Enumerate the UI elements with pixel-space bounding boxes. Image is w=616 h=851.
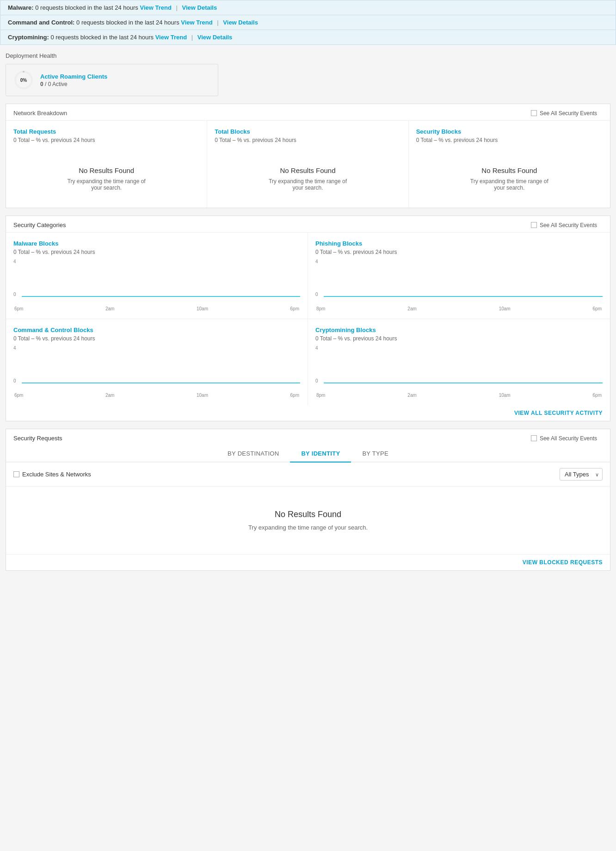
metric-total-requests: Total Requests 0 Total – % vs. previous … [6,121,207,208]
security-section-header: Security Categories See All Security Eve… [6,216,610,232]
alert-banners: Malware: 0 requests blocked in the last … [0,0,616,45]
chart-crypto-sub: 0 Total – % vs. previous 24 hours [315,335,603,342]
chart-phishing-title: Phishing Blocks [315,240,603,247]
network-see-all-label: See All Security Events [540,110,597,117]
chart-crypto-y4: 4 [315,345,318,351]
roaming-count: 0 / 0 Active [40,81,107,87]
filter-row: Exclude Sites & Networks All Types [6,462,610,487]
cnc-view-trend[interactable]: View Trend [181,19,212,26]
requests-no-results-title: No Results Found [13,510,603,519]
chart-malware-x-labels: 6pm 2am 10am 6pm [13,306,300,311]
network-section-header: Network Breakdown See All Security Event… [6,104,610,120]
circle-progress: 0% [13,70,34,90]
chart-malware-y4: 4 [13,259,16,264]
chart-phishing-area: 4 0 [315,259,603,305]
crypto-view-trend[interactable]: View Trend [155,34,187,41]
no-results-sub-2: Try expanding the time range of your sea… [468,178,551,191]
tab-by-identity[interactable]: BY IDENTITY [290,445,351,462]
security-see-all-checkbox[interactable] [531,222,537,228]
chart-crypto-x-labels: 8pm 2am 10am 6pm [315,393,603,398]
malware-message: 0 requests blocked in the last 24 hours [35,4,138,11]
malware-divider: | [176,4,178,11]
page-wrapper: Malware: 0 requests blocked in the last … [0,0,616,571]
tab-by-destination[interactable]: BY DESTINATION [216,445,290,462]
view-blocked-requests[interactable]: VIEW BLOCKED REQUESTS [6,554,610,570]
crypto-prefix: Cryptomining: [8,34,49,41]
no-results-title-1: No Results Found [222,166,393,174]
exclude-sites-label[interactable]: Exclude Sites & Networks [13,471,91,478]
no-results-sub-1: Try expanding the time range of your sea… [266,178,349,191]
roaming-name[interactable]: Active Roaming Clients [40,73,107,80]
chart-malware-area: 4 0 [13,259,300,305]
deployment-title: Deployment Health [6,52,610,59]
network-title: Network Breakdown [13,110,67,117]
chart-cnc-x-labels: 6pm 2am 10am 6pm [13,393,300,398]
malware-alert-row: Malware: 0 requests blocked in the last … [0,0,616,15]
no-results-title-2: No Results Found [424,166,595,174]
metric-security-blocks-name: Security Blocks [416,128,603,135]
crypto-message: 0 requests blocked in the last 24 hours [50,34,154,41]
requests-section-header: Security Requests See All Security Event… [6,429,610,445]
metric-total-requests-no-results: No Results Found Try expanding the time … [13,153,199,200]
chart-cnc-title: Command & Control Blocks [13,327,300,333]
requests-no-results: No Results Found Try expanding the time … [6,487,610,554]
cnc-divider: | [217,19,218,26]
roaming-count-num: 0 [40,81,43,87]
chart-malware-title: Malware Blocks [13,240,300,247]
chart-crypto-area: 4 0 [315,345,603,392]
metric-security-blocks-no-results: No Results Found Try expanding the time … [416,153,603,200]
security-requests-section: Security Requests See All Security Event… [6,429,610,571]
chart-cnc-y0: 0 [13,378,16,383]
metric-security-blocks: Security Blocks 0 Total – % vs. previous… [409,121,610,208]
type-select-wrapper[interactable]: All Types [560,468,603,481]
requests-title: Security Requests [13,435,62,442]
metric-total-blocks: Total Blocks 0 Total – % vs. previous 24… [207,121,408,208]
cnc-message: 0 requests blocked in the last 24 hours [76,19,179,26]
exclude-checkbox[interactable] [13,471,19,477]
cnc-view-details[interactable]: View Details [223,19,258,26]
chart-crypto: Cryptomining Blocks 0 Total – % vs. prev… [308,319,610,405]
type-select[interactable]: All Types [560,468,603,481]
tabs-row: BY DESTINATION BY IDENTITY BY TYPE [6,445,610,462]
crypto-view-details[interactable]: View Details [197,34,233,41]
roaming-card: 0% Active Roaming Clients 0 / 0 Active [6,64,218,96]
chart-phishing: Phishing Blocks 0 Total – % vs. previous… [308,233,610,319]
metric-total-requests-name: Total Requests [13,128,199,135]
circle-percent-label: 0% [20,78,27,83]
metric-security-blocks-sub: 0 Total – % vs. previous 24 hours [416,137,603,143]
requests-see-all-label: See All Security Events [540,435,597,442]
charts-grid: Malware Blocks 0 Total – % vs. previous … [6,232,610,405]
security-see-all[interactable]: See All Security Events [525,222,603,228]
malware-view-trend[interactable]: View Trend [140,4,171,11]
chart-cnc-y4: 4 [13,345,16,351]
network-see-all-checkbox[interactable] [531,110,537,116]
no-results-title-0: No Results Found [21,166,192,174]
roaming-info: Active Roaming Clients 0 / 0 Active [40,73,107,87]
chart-crypto-y0: 0 [315,378,318,383]
malware-view-details[interactable]: View Details [182,4,217,11]
network-see-all[interactable]: See All Security Events [525,110,603,117]
metric-total-blocks-no-results: No Results Found Try expanding the time … [215,153,400,200]
chart-phishing-y0: 0 [315,292,318,297]
roaming-count-label: / 0 Active [45,81,68,87]
cnc-prefix: Command and Control: [8,19,74,26]
security-categories-section: Security Categories See All Security Eve… [6,216,610,421]
chart-malware-y0: 0 [13,292,16,297]
view-all-security[interactable]: VIEW ALL SECURITY ACTIVITY [6,405,610,421]
requests-see-all-checkbox[interactable] [531,435,537,441]
chart-phishing-sub: 0 Total – % vs. previous 24 hours [315,249,603,255]
requests-no-results-sub: Try expanding the time range of your sea… [13,524,603,531]
deployment-health: Deployment Health 0% Active Roaming Clie… [0,52,616,104]
cnc-alert-row: Command and Control: 0 requests blocked … [0,15,616,30]
chart-malware: Malware Blocks 0 Total – % vs. previous … [6,233,308,319]
tab-by-type[interactable]: BY TYPE [351,445,400,462]
chart-cnc-sub: 0 Total – % vs. previous 24 hours [13,335,300,342]
exclude-label-text: Exclude Sites & Networks [22,471,91,478]
requests-see-all[interactable]: See All Security Events [525,435,603,442]
chart-crypto-title: Cryptomining Blocks [315,327,603,333]
chart-phishing-x-labels: 8pm 2am 10am 6pm [315,306,603,311]
crypto-alert-row: Cryptomining: 0 requests blocked in the … [0,30,616,44]
chart-cnc-area: 4 0 [13,345,300,392]
malware-prefix: Malware: [8,4,34,11]
security-categories-title: Security Categories [13,222,66,228]
